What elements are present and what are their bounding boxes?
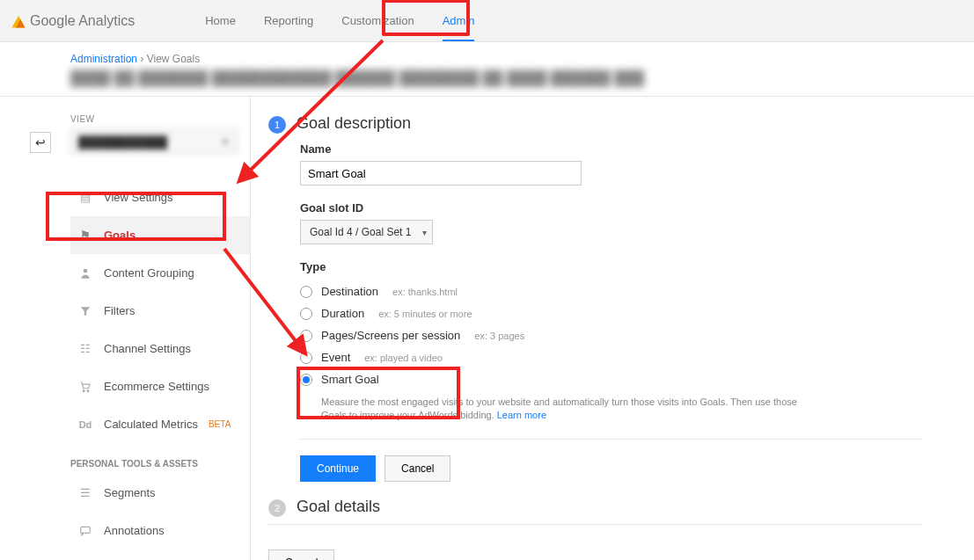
radio-label: Duration xyxy=(321,307,364,320)
goal-name-input[interactable] xyxy=(300,161,582,185)
logo[interactable]: Google Analytics xyxy=(11,13,135,29)
type-field-label: Type xyxy=(300,260,921,273)
radio-icon xyxy=(300,352,312,364)
channel-icon: ☷ xyxy=(77,342,93,355)
learn-more-link[interactable]: Learn more xyxy=(497,410,546,420)
radio-icon xyxy=(300,330,312,342)
caret-down-icon: ▼ xyxy=(221,137,230,147)
name-field-label: Name xyxy=(300,142,921,156)
nav-reporting[interactable]: Reporting xyxy=(264,2,313,40)
radio-icon xyxy=(300,286,312,298)
step-2-badge: 2 xyxy=(268,499,286,517)
radio-icon xyxy=(300,308,312,320)
goal-slot-value: Goal Id 4 / Goal Set 1 xyxy=(310,226,411,238)
step-1-badge: 1 xyxy=(268,116,286,134)
sidebar-item-filters[interactable]: Filters xyxy=(70,292,250,330)
radio-hint: ex: 5 minutes or more xyxy=(378,309,472,319)
annotation-smart-goal-highlight xyxy=(297,367,460,419)
dd-icon: Dd xyxy=(77,419,93,430)
cancel-button[interactable]: Cancel xyxy=(384,455,450,482)
step-2-title: Goal details xyxy=(297,498,380,516)
step-2-header: 2 Goal details xyxy=(268,498,921,517)
divider xyxy=(268,524,921,525)
sidebar: ↩ VIEW ███████████ ▼ ▤ View Settings ⚑ G… xyxy=(0,97,251,560)
goal-slot-dropdown[interactable]: Goal Id 4 / Goal Set 1 xyxy=(300,220,433,244)
radio-hint: ex: 3 pages xyxy=(474,331,524,341)
svg-marker-3 xyxy=(81,307,91,315)
view-selector-value-redacted: ███████████ xyxy=(78,135,167,149)
sidebar-item-annotations[interactable]: Annotations xyxy=(70,512,250,549)
sidebar-item-content-grouping[interactable]: Content Grouping xyxy=(70,254,250,292)
content: 1 Goal description Name Goal slot ID Goa… xyxy=(251,97,974,560)
radio-hint: ex: played a video xyxy=(364,353,443,363)
breadcrumb-area: Administration › View Goals ████ ██ ████… xyxy=(0,42,974,97)
cart-icon xyxy=(77,381,93,393)
view-selector[interactable]: ███████████ ▼ xyxy=(70,129,238,154)
radio-label: Pages/Screens per session xyxy=(321,329,460,342)
goal-type-radio-group: Destination ex: thanks.html Duration ex:… xyxy=(300,280,921,423)
redacted-property-name: ████ ██ ███████ ████████████ ██████ ████… xyxy=(70,70,974,88)
step-1-header: 1 Goal description xyxy=(268,114,921,134)
sidebar-item-channel-settings[interactable]: ☷ Channel Settings xyxy=(70,330,250,367)
sidebar-item-label: Ecommerce Settings xyxy=(104,380,209,393)
analytics-logo-icon xyxy=(11,13,26,29)
sidebar-item-label: Segments xyxy=(104,486,156,499)
sidebar-item-label: Filters xyxy=(104,304,135,317)
sidebar-item-label: Annotations xyxy=(104,524,165,537)
radio-pages[interactable]: Pages/Screens per session ex: 3 pages xyxy=(300,324,921,346)
divider xyxy=(300,439,921,440)
beta-badge: BETA xyxy=(209,419,231,429)
breadcrumb-current: View Goals xyxy=(147,53,200,65)
step1-button-row: Continue Cancel xyxy=(300,455,921,482)
sidebar-item-attribution-models[interactable]: Attribution Models xyxy=(70,549,250,560)
breadcrumb-admin-link[interactable]: Administration xyxy=(70,53,137,65)
svg-point-5 xyxy=(87,389,89,391)
personal-tools-header: PERSONAL TOOLS & ASSETS xyxy=(70,459,250,469)
annotation-goals-highlight xyxy=(46,192,226,241)
nav-home[interactable]: Home xyxy=(205,2,236,40)
sidebar-item-ecommerce-settings[interactable]: Ecommerce Settings xyxy=(70,367,250,405)
step-1-title: Goal description xyxy=(297,114,411,133)
radio-event[interactable]: Event ex: played a video xyxy=(300,346,921,368)
svg-rect-6 xyxy=(81,527,91,533)
breadcrumb: Administration › View Goals xyxy=(70,53,974,65)
back-arrow-icon: ↩ xyxy=(35,135,46,149)
details-cancel-button[interactable]: Cancel xyxy=(268,549,334,560)
view-section-label: VIEW xyxy=(70,114,250,124)
main-layout: ↩ VIEW ███████████ ▼ ▤ View Settings ⚑ G… xyxy=(0,97,974,560)
brand-text: Google Analytics xyxy=(30,13,135,29)
top-bar: Google Analytics Home Reporting Customiz… xyxy=(0,0,974,42)
sidebar-item-label: Content Grouping xyxy=(104,266,194,280)
annotation-admin-highlight xyxy=(382,0,470,36)
svg-point-4 xyxy=(83,389,84,391)
step-1-body: Name Goal slot ID Goal Id 4 / Goal Set 1… xyxy=(300,142,921,482)
radio-label: Destination xyxy=(321,285,378,298)
radio-hint: ex: thanks.html xyxy=(392,287,458,297)
person-icon xyxy=(77,267,93,280)
sidebar-item-label: Channel Settings xyxy=(104,342,191,355)
funnel-icon xyxy=(77,305,93,317)
breadcrumb-separator: › xyxy=(140,53,146,65)
radio-destination[interactable]: Destination ex: thanks.html xyxy=(300,280,921,302)
sidebar-item-segments[interactable]: ☰ Segments xyxy=(70,474,250,512)
radio-duration[interactable]: Duration ex: 5 minutes or more xyxy=(300,302,921,324)
sidebar-item-label: Calculated Metrics xyxy=(104,418,198,431)
continue-button[interactable]: Continue xyxy=(300,455,376,482)
back-button[interactable]: ↩ xyxy=(30,132,51,153)
slot-field-label: Goal slot ID xyxy=(300,201,921,215)
sidebar-item-calculated-metrics[interactable]: Dd Calculated Metrics BETA xyxy=(70,405,250,443)
speech-bubble-icon xyxy=(77,525,93,537)
radio-label: Event xyxy=(321,351,350,364)
svg-point-2 xyxy=(84,268,88,273)
segments-icon: ☰ xyxy=(77,486,93,499)
